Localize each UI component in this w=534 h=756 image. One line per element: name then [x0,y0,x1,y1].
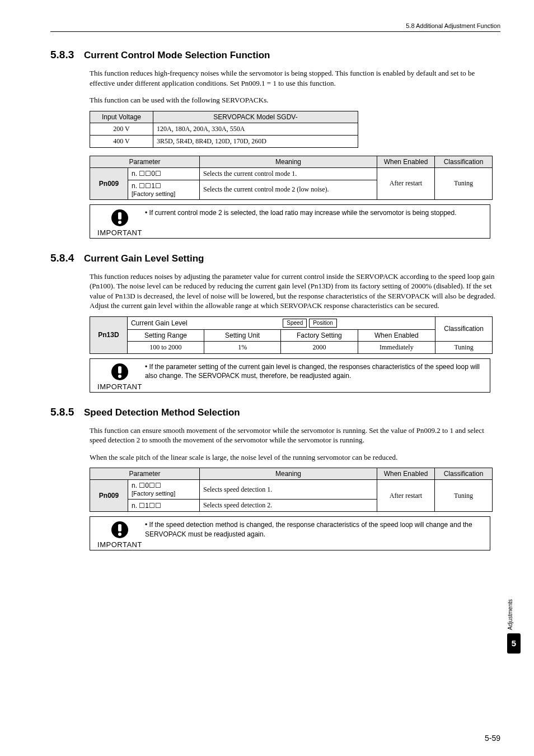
callout-583-text-span: If current control mode 2 is selected, t… [149,209,457,217]
td-pn009-585: Pn009 [90,480,128,512]
svg-point-5 [118,375,121,378]
th-class-585: Classification [435,468,493,480]
td-mode2-val-sub: [Factory setting] [132,190,175,197]
p-585-1: This function can ensure smooth movement… [90,426,500,445]
header-rule [50,31,500,32]
important-label: IMPORTANT [95,228,145,237]
callout-584-text-span: If the parameter setting of the current … [145,363,480,380]
svg-rect-7 [118,524,121,531]
important-icon [110,520,129,539]
callout-584: IMPORTANT • If the parameter setting of … [90,358,490,393]
th-param-585: Parameter [90,468,200,480]
heading-583-num: 5.8.3 [50,49,84,61]
svg-rect-1 [118,212,121,220]
td-400v: 400 V [90,135,153,147]
p-584-1: This function reduces noises by adjustin… [90,272,500,311]
callout-icon-col-584: IMPORTANT [95,361,145,391]
page-number: 5-59 [485,734,500,743]
svg-point-8 [118,533,121,536]
table-pn13d: Pn13D Current Gain Level SpeedPosition C… [90,316,493,354]
td-mode2-val: n. ☐☐1☐[Factory setting] [128,180,200,199]
heading-583: 5.8.3Current Control Mode Selection Func… [50,49,500,61]
th-when-584: When Enabled [358,329,435,341]
td-mode2-val-main: n. ☐☐1☐ [132,182,161,190]
td-unit: 1% [204,341,281,353]
heading-585: 5.8.5Speed Detection Method Selection [50,406,500,418]
td-sd1-mean: Selects speed detection 1. [200,480,377,500]
tag-speed: Speed [283,319,307,328]
side-tab-num: 5 [507,633,521,654]
svg-rect-4 [118,366,121,374]
th-class-584: Classification [435,316,493,341]
td-200v: 200 V [90,123,153,135]
td-when-584: Immediately [358,341,435,353]
heading-584-title: Current Gain Level Setting [84,253,204,264]
th-meaning: Meaning [200,156,377,167]
td-gain-name: Current Gain Level [131,319,188,327]
th-meaning-585: Meaning [200,468,377,480]
th-model: SERVOPACK Model SGDV- [153,111,358,123]
p-583-1: This function reduces high-frequency noi… [90,68,500,88]
heading-585-title: Speed Detection Method Selection [84,407,240,418]
td-when: After restart [377,167,435,199]
td-sd2-mean: Selects speed detection 2. [200,500,377,512]
callout-icon-col-585: IMPORTANT [95,519,145,549]
td-pn13d: Pn13D [90,316,128,353]
important-label: IMPORTANT [95,382,145,391]
th-input-voltage: Input Voltage [90,111,153,123]
td-mode1-mean: Selects the current control mode 1. [200,167,377,180]
td-pn009: Pn009 [90,167,128,199]
side-tab: Adjustments 5 [507,599,521,654]
td-cls-585: Tuning [435,480,493,512]
th-when-585: When Enabled [377,468,435,480]
td-sd1-val-sub: [Factory setting] [132,490,175,497]
table-pn009-mode: Parameter Meaning When Enabled Classific… [90,156,493,200]
tag-position: Position [309,319,337,328]
callout-583-text: • If current control mode 2 is selected,… [145,207,485,217]
th-factory: Factory Setting [281,329,358,341]
callout-585-text: • If the speed detection method is chang… [145,519,485,538]
breadcrumb: 5.8 Additional Adjustment Function [50,22,500,29]
td-sd1-val-main: n. ☐0☐☐ [132,482,161,489]
td-when-585: After restart [377,480,435,512]
td-mode1-val: n. ☐☐0☐ [128,167,200,180]
p-585-2: When the scale pitch of the linear scale… [90,452,500,463]
td-200v-models: 120A, 180A, 200A, 330A, 550A [153,123,358,135]
td-range: 100 to 2000 [127,341,204,353]
callout-584-text: • If the parameter setting of the curren… [145,361,485,380]
important-label: IMPORTANT [95,540,145,549]
td-sd1-val: n. ☐0☐☐[Factory setting] [128,480,200,500]
td-factory: 2000 [281,341,358,353]
important-icon [110,208,129,227]
heading-584: 5.8.4Current Gain Level Setting [50,252,500,264]
th-param: Parameter [90,156,200,167]
svg-point-2 [118,221,121,224]
heading-585-num: 5.8.5 [50,406,84,418]
callout-585-text-span: If the speed detection method is changed… [145,521,472,538]
table-pn009-speed: Parameter Meaning When Enabled Classific… [90,468,493,512]
callout-585: IMPORTANT • If the speed detection metho… [90,516,490,550]
callout-icon-col: IMPORTANT [95,207,145,237]
td-cls-584: Tuning [435,341,493,353]
th-class: Classification [435,156,493,167]
callout-583: IMPORTANT • If current control mode 2 is… [90,204,490,239]
td-400v-models: 3R5D, 5R4D, 8R4D, 120D, 170D, 260D [153,135,358,147]
important-icon [110,362,129,381]
side-tab-label: Adjustments [507,599,513,630]
th-unit: Setting Unit [204,329,281,341]
heading-584-num: 5.8.4 [50,252,84,264]
th-when: When Enabled [377,156,435,167]
heading-583-title: Current Control Mode Selection Function [84,50,270,60]
td-sd2-val: n. ☐1☐☐ [128,500,200,512]
td-cls: Tuning [435,167,493,199]
td-gain-name-row: Current Gain Level SpeedPosition [127,316,435,329]
th-range: Setting Range [127,329,204,341]
td-mode2-mean: Selects the current control mode 2 (low … [200,180,377,199]
table-servopack: Input VoltageSERVOPACK Model SGDV- 200 V… [90,111,358,148]
p-583-2: This function can be used with the follo… [90,95,500,105]
